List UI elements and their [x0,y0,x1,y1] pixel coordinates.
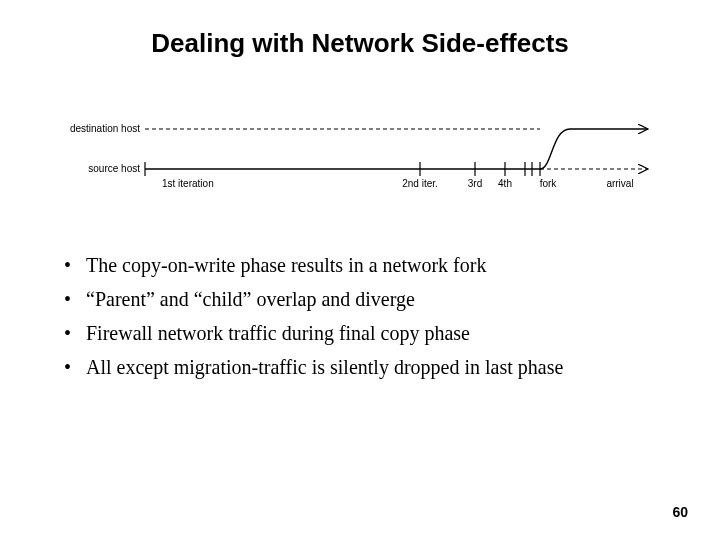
bullet-item: Firewall network traffic during final co… [58,317,662,349]
tick-label-iter3: 3rd [468,178,482,189]
dest-host-label: destination host [70,123,140,134]
bullet-text: All except migration-traffic is silently… [86,356,563,378]
tick-label-iter2: 2nd iter. [402,178,438,189]
bullet-item: The copy-on-write phase results in a net… [58,249,662,281]
timeline-svg: destination host source host 1st iterati… [50,99,670,219]
source-host-label: source host [88,163,140,174]
slide-title: Dealing with Network Side-effects [0,0,720,69]
tick-label-arrival: arrival [606,178,633,189]
tick-label-fork: fork [540,178,558,189]
slide: Dealing with Network Side-effects destin… [0,0,720,540]
tick-label-iter4: 4th [498,178,512,189]
fork-curve [540,129,570,169]
timeline-diagram: destination host source host 1st iterati… [0,99,720,219]
tick-label-iter1: 1st iteration [162,178,214,189]
bullet-item: “Parent” and “child” overlap and diverge [58,283,662,315]
bullet-text: Firewall network traffic during final co… [86,322,470,344]
bullet-text: “Parent” and “child” overlap and diverge [86,288,415,310]
bullet-item: All except migration-traffic is silently… [58,351,662,383]
page-number: 60 [672,504,688,520]
bullet-list: The copy-on-write phase results in a net… [58,249,662,383]
bullet-text: The copy-on-write phase results in a net… [86,254,486,276]
